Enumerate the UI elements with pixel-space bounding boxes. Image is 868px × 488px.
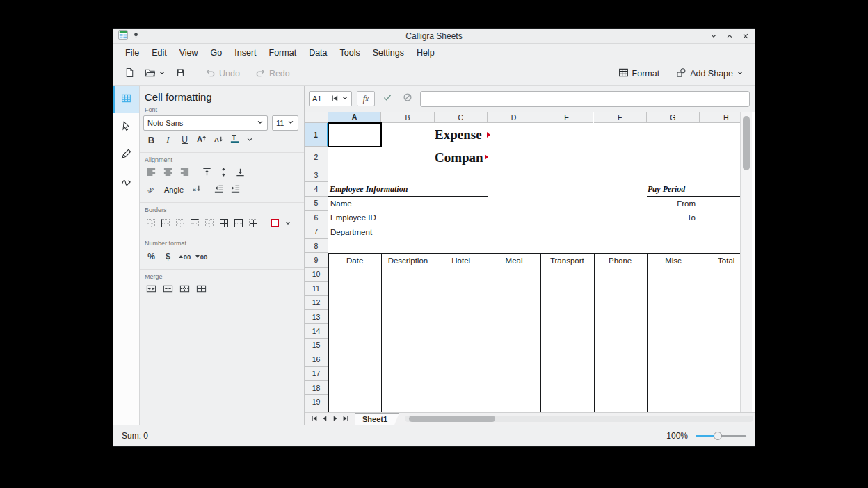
decrease-indent-button[interactable] <box>211 182 227 197</box>
vertical-scrollbar-thumb[interactable] <box>743 116 750 170</box>
sheet-nav-prev-button[interactable] <box>319 414 330 424</box>
percent-format-button[interactable]: % <box>143 249 159 264</box>
border-right-button[interactable] <box>172 215 187 231</box>
align-center-button[interactable] <box>160 165 176 181</box>
expense-table-header-misc[interactable]: Misc <box>647 253 700 268</box>
zoom-slider[interactable] <box>696 431 746 441</box>
text-color-button[interactable]: T <box>227 132 243 147</box>
align-top-button[interactable] <box>199 165 215 181</box>
expense-table-header-meal[interactable]: Meal <box>488 253 540 268</box>
row-header-20[interactable]: 20 <box>305 409 328 412</box>
text-angle-button[interactable]: ab <box>143 182 159 197</box>
border-inner-button[interactable] <box>246 215 260 231</box>
save-button[interactable] <box>171 65 190 83</box>
cancel-formula-button[interactable] <box>400 91 415 106</box>
row-header-15[interactable]: 15 <box>305 339 328 352</box>
border-all-button[interactable] <box>216 215 231 231</box>
split-cells-button[interactable] <box>193 282 209 298</box>
menu-settings[interactable]: Settings <box>367 44 410 62</box>
more-border-options-button[interactable] <box>282 215 294 231</box>
horizontal-scrollbar[interactable] <box>405 416 753 422</box>
menu-help[interactable]: Help <box>410 44 441 62</box>
bold-button[interactable]: B <box>143 132 159 147</box>
align-left-button[interactable] <box>143 165 159 181</box>
row-header-10[interactable]: 10 <box>305 268 328 282</box>
column-header-D[interactable]: D <box>488 112 540 123</box>
row-header-13[interactable]: 13 <box>305 310 328 324</box>
column-header-F[interactable]: F <box>594 112 647 123</box>
merge-vertical-button[interactable] <box>177 282 193 298</box>
row-header-18[interactable]: 18 <box>305 381 328 395</box>
column-header-A[interactable]: A <box>328 112 381 123</box>
formula-function-button[interactable]: fx <box>357 91 375 106</box>
row-header-19[interactable]: 19 <box>305 395 328 409</box>
expense-table-header-phone[interactable]: Phone <box>594 253 647 268</box>
undo-button[interactable]: Undo <box>201 65 244 83</box>
format-button[interactable]: Format <box>614 65 664 83</box>
menu-go[interactable]: Go <box>204 44 229 62</box>
sheet-nav-first-button[interactable] <box>309 414 319 424</box>
menu-data[interactable]: Data <box>303 44 333 62</box>
menu-view[interactable]: View <box>173 44 204 62</box>
row-header-6[interactable]: 6 <box>305 211 328 225</box>
pin-icon[interactable] <box>132 30 140 42</box>
row-header-14[interactable]: 14 <box>305 324 328 338</box>
align-right-button[interactable] <box>177 165 193 181</box>
column-header-H[interactable]: H <box>700 112 740 123</box>
decrease-precision-button[interactable]: 00 <box>193 249 209 264</box>
select-all-corner[interactable] <box>305 112 328 123</box>
menu-edit[interactable]: Edit <box>145 44 173 62</box>
column-header-G[interactable]: G <box>647 112 700 123</box>
increase-indent-button[interactable] <box>227 182 243 197</box>
currency-format-button[interactable]: $ <box>160 249 176 264</box>
underline-button[interactable]: U <box>177 132 193 147</box>
apply-formula-button[interactable] <box>380 91 395 106</box>
row-header-4[interactable]: 4 <box>305 182 328 196</box>
menu-insert[interactable]: Insert <box>228 44 262 62</box>
zoom-slider-handle[interactable] <box>714 432 722 440</box>
row-header-8[interactable]: 8 <box>305 239 328 253</box>
merge-cells-button[interactable] <box>143 282 159 298</box>
border-left-button[interactable] <box>158 215 172 231</box>
font-family-select[interactable]: Noto Sans <box>143 115 268 131</box>
row-header-1[interactable]: 1 <box>305 123 328 147</box>
minimize-button[interactable] <box>709 31 718 41</box>
vertical-scrollbar[interactable] <box>740 112 752 412</box>
row-header-2[interactable]: 2 <box>305 147 328 168</box>
tool-freehand[interactable] <box>113 169 139 197</box>
sheet-nav-next-button[interactable] <box>330 414 340 424</box>
increase-precision-button[interactable]: 00 <box>177 249 193 264</box>
align-bottom-button[interactable] <box>232 165 248 181</box>
expense-table-header-transport[interactable]: Transport <box>540 253 593 268</box>
spreadsheet-grid[interactable]: ABCDEFGH 1234567891011121314151617181920… <box>305 112 740 412</box>
horizontal-scrollbar-thumb[interactable] <box>409 416 495 422</box>
tool-selection[interactable] <box>113 113 139 141</box>
align-middle-button[interactable] <box>216 165 232 181</box>
column-header-B[interactable]: B <box>381 112 434 123</box>
shrink-font-button[interactable]: A <box>210 132 226 147</box>
expense-table-header-hotel[interactable]: Hotel <box>435 253 488 268</box>
cell-reference-box[interactable]: A1 <box>309 91 352 106</box>
menu-format[interactable]: Format <box>263 44 303 62</box>
border-outline-button[interactable] <box>231 215 246 231</box>
new-document-button[interactable] <box>120 65 139 83</box>
tool-cell-formatting[interactable] <box>113 86 139 113</box>
grow-font-button[interactable]: A <box>193 132 209 147</box>
italic-button[interactable]: I <box>160 132 176 147</box>
merge-horizontal-button[interactable] <box>160 282 176 298</box>
row-header-9[interactable]: 9 <box>305 253 328 267</box>
font-size-select[interactable]: 11 <box>272 115 298 131</box>
add-shape-button[interactable]: Add Shape <box>672 65 748 83</box>
border-color-button[interactable] <box>267 215 282 231</box>
expense-table-header-date[interactable]: Date <box>328 253 381 268</box>
border-top-button[interactable] <box>187 215 202 231</box>
row-header-12[interactable]: 12 <box>305 296 328 310</box>
more-font-options-button[interactable] <box>243 132 255 147</box>
maximize-button[interactable] <box>725 31 734 41</box>
expense-table-header-total[interactable]: Total <box>700 253 740 268</box>
expense-table-header-description[interactable]: Description <box>381 253 434 268</box>
open-document-button[interactable] <box>140 65 170 83</box>
vertical-text-button[interactable]: a <box>188 182 204 197</box>
row-header-17[interactable]: 17 <box>305 367 328 381</box>
border-bottom-button[interactable] <box>202 215 216 231</box>
